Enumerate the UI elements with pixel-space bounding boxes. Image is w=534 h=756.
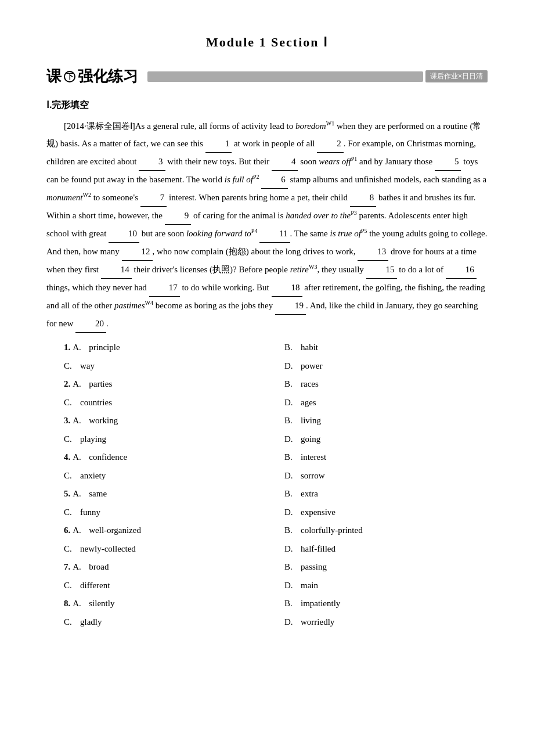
option-number: 5. bbox=[64, 487, 70, 502]
p4: with their new toys. But their bbox=[165, 157, 272, 166]
option-text: broad bbox=[89, 560, 267, 575]
option-number: 6. bbox=[64, 523, 70, 538]
option-item: B.habit bbox=[267, 339, 488, 357]
blank-17: 17 bbox=[149, 279, 180, 297]
option-label: B. bbox=[284, 340, 301, 355]
p2: at work in people of all bbox=[232, 139, 317, 148]
looking-sup: P4 bbox=[251, 228, 258, 234]
option-text: parties bbox=[89, 377, 267, 392]
option-text: way bbox=[80, 359, 267, 374]
p29: . bbox=[106, 319, 109, 328]
wears-word: wears off bbox=[319, 157, 351, 166]
option-label: C. bbox=[64, 469, 80, 484]
option-number: 1. bbox=[64, 340, 70, 355]
option-number: 7. bbox=[64, 560, 70, 575]
monument-sup: W2 bbox=[83, 192, 91, 198]
option-item: C.playing bbox=[46, 430, 267, 449]
option-text: anxiety bbox=[80, 469, 267, 484]
p13: of caring for the animal is bbox=[191, 211, 286, 220]
option-item: C.funny bbox=[46, 503, 267, 522]
blank-16: 16 bbox=[446, 261, 477, 279]
pastimes-word: pastimes bbox=[114, 301, 145, 310]
option-item: D.sorrow bbox=[267, 467, 488, 485]
blank-8: 8 bbox=[350, 189, 377, 207]
option-text: confidence bbox=[89, 450, 267, 465]
option-item: 6.A.well-organized bbox=[46, 521, 267, 540]
option-text: funny bbox=[80, 505, 267, 520]
option-item: C.way bbox=[46, 357, 267, 376]
p10: to someone's bbox=[91, 193, 140, 202]
option-label: A. bbox=[73, 560, 89, 575]
option-item: D.ages bbox=[267, 394, 488, 412]
full-word: is full of bbox=[225, 175, 253, 184]
p17: . The same bbox=[290, 229, 330, 238]
option-label: C. bbox=[64, 395, 80, 411]
blank-13: 13 bbox=[358, 243, 388, 261]
blank-11: 11 bbox=[259, 225, 290, 243]
p24: things, which they never had bbox=[46, 283, 149, 292]
option-item: D.half-filled bbox=[267, 540, 488, 559]
option-text: ages bbox=[301, 395, 488, 411]
option-text: power bbox=[301, 359, 488, 374]
blank-19: 19 bbox=[275, 297, 306, 315]
option-label: B. bbox=[284, 450, 301, 465]
blank-7: 7 bbox=[140, 189, 167, 207]
option-item: 7.A.broad bbox=[46, 558, 267, 577]
blank-4: 4 bbox=[272, 153, 298, 171]
option-text: principle bbox=[89, 340, 267, 355]
true-sup: P5 bbox=[361, 228, 367, 234]
option-item: C.anxiety bbox=[46, 467, 267, 485]
blank-18: 18 bbox=[272, 279, 302, 297]
p11: interest. When parents bring home a pet,… bbox=[167, 193, 349, 202]
option-label: A. bbox=[73, 523, 89, 538]
option-text: same bbox=[89, 487, 267, 502]
blank-6: 6 bbox=[261, 171, 288, 189]
passage-intro: [2014·课标全国卷Ⅰ]As a general rule, all form… bbox=[64, 121, 295, 131]
p6: and by January those bbox=[357, 157, 435, 166]
option-item: 5.A.same bbox=[46, 485, 267, 503]
passage-text: [2014·课标全国卷Ⅰ]As a general rule, all form… bbox=[46, 117, 488, 333]
option-label: D. bbox=[284, 615, 301, 630]
wears-sup: P1 bbox=[351, 156, 358, 162]
blank-20: 20 bbox=[75, 315, 106, 333]
option-label: C. bbox=[64, 542, 80, 557]
option-label: A. bbox=[73, 487, 89, 502]
option-label: A. bbox=[73, 450, 89, 465]
option-label: D. bbox=[284, 578, 301, 593]
option-label: C. bbox=[64, 505, 80, 520]
option-text: silently bbox=[89, 596, 267, 611]
option-number: 8. bbox=[64, 596, 70, 611]
p9: stamp albums and unfinished models, each… bbox=[288, 175, 486, 184]
option-label: D. bbox=[284, 359, 301, 374]
option-text: gladly bbox=[80, 615, 267, 630]
option-text: working bbox=[89, 413, 267, 429]
option-number: 4. bbox=[64, 450, 70, 465]
handed-sup: P3 bbox=[351, 210, 357, 216]
blank-5: 5 bbox=[435, 153, 461, 171]
option-label: C. bbox=[64, 432, 80, 447]
option-item: C.countries bbox=[46, 394, 267, 412]
blank-10: 10 bbox=[109, 225, 139, 243]
looking-word: looking forward to bbox=[186, 229, 251, 238]
p22: , they usually bbox=[317, 265, 366, 274]
p21: their driver's licenses (执照)? Before peo… bbox=[132, 265, 290, 274]
option-item: D.expensive bbox=[267, 503, 488, 522]
option-label: D. bbox=[284, 432, 301, 447]
pastimes-sup: W4 bbox=[145, 300, 153, 306]
blank-1: 1 bbox=[205, 135, 232, 153]
blank-9: 9 bbox=[165, 207, 192, 225]
option-label: D. bbox=[284, 542, 301, 557]
blank-14: 14 bbox=[101, 261, 132, 279]
blank-3: 3 bbox=[139, 153, 165, 171]
retire-word: retire bbox=[290, 265, 309, 274]
option-label: B. bbox=[284, 413, 301, 429]
option-item: B.interest bbox=[267, 448, 488, 467]
blank-2: 2 bbox=[317, 135, 344, 153]
option-text: newly-collected bbox=[80, 542, 267, 557]
option-item: C.gladly bbox=[46, 613, 267, 632]
option-text: countries bbox=[80, 395, 267, 411]
p15: but are soon bbox=[139, 229, 186, 238]
option-item: C.newly-collected bbox=[46, 540, 267, 559]
banner-bar: 课后作业×日日清 bbox=[147, 70, 488, 82]
option-text: habit bbox=[301, 340, 488, 355]
